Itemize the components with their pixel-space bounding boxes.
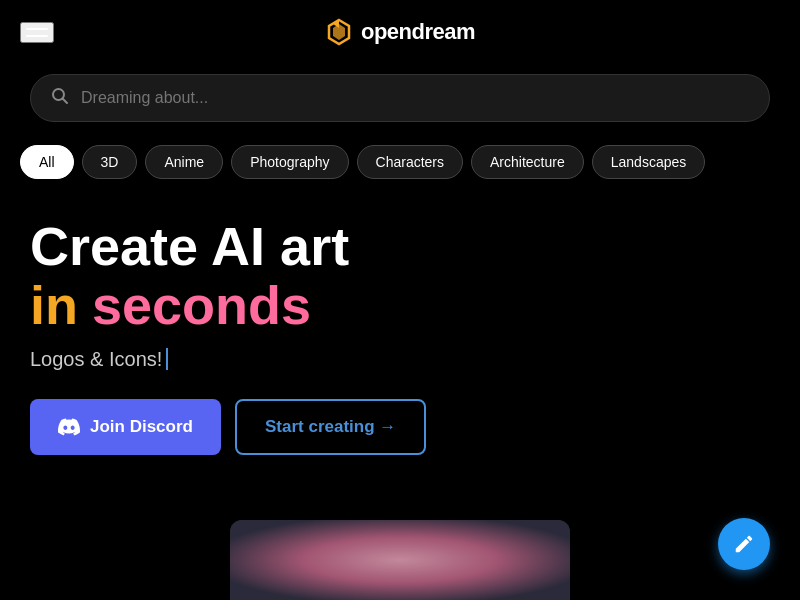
hero-subtitle: Logos & Icons! (30, 348, 770, 371)
discord-icon (58, 416, 80, 438)
chip-landscapes[interactable]: Landscapes (592, 145, 706, 179)
chip-anime[interactable]: Anime (145, 145, 223, 179)
hero-line2-pink: seconds (92, 276, 311, 335)
hero-line2-yellow: in (30, 276, 78, 335)
discord-button-label: Join Discord (90, 417, 193, 437)
chip-3d[interactable]: 3D (82, 145, 138, 179)
button-row: Join Discord Start creating → (30, 399, 770, 455)
chip-photography[interactable]: Photography (231, 145, 348, 179)
logo[interactable]: opendream (325, 18, 475, 46)
chip-all[interactable]: All (20, 145, 74, 179)
text-cursor (166, 348, 168, 370)
logo-icon (325, 18, 353, 46)
preview-image (230, 520, 570, 600)
search-container (0, 64, 800, 137)
pencil-icon (733, 533, 755, 555)
header: opendream (0, 0, 800, 64)
search-input[interactable] (81, 89, 749, 107)
chip-characters[interactable]: Characters (357, 145, 463, 179)
search-icon (51, 87, 69, 109)
hero-line2: in seconds (30, 276, 770, 335)
start-creating-button[interactable]: Start creating → (235, 399, 426, 455)
svg-line-4 (63, 99, 68, 104)
menu-button[interactable] (20, 22, 54, 43)
start-button-label: Start creating → (265, 417, 396, 437)
image-preview (230, 520, 570, 600)
fab-button[interactable] (718, 518, 770, 570)
hero-section: Create AI art in seconds Logos & Icons! … (0, 187, 800, 475)
hero-line1: Create AI art (30, 217, 770, 276)
filter-bar: All 3D Anime Photography Characters Arch… (0, 137, 800, 187)
hero-title: Create AI art in seconds (30, 217, 770, 336)
chip-architecture[interactable]: Architecture (471, 145, 584, 179)
join-discord-button[interactable]: Join Discord (30, 399, 221, 455)
search-bar (30, 74, 770, 122)
logo-text: opendream (361, 19, 475, 45)
